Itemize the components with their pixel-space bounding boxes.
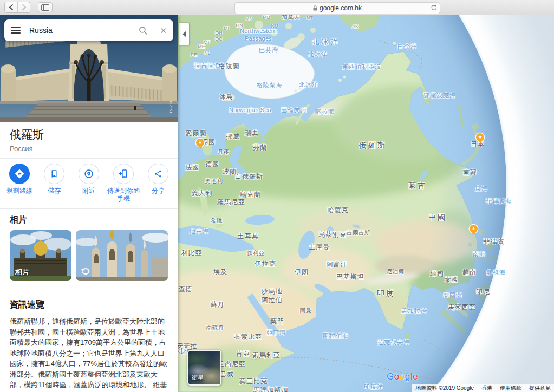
about-text: 俄羅斯聯邦，通稱俄羅斯，是位於歐亞大陸北部的聯邦共和國，國土橫跨歐亞兩大洲，為世… <box>10 316 168 392</box>
map-label: 肯亞 <box>236 350 250 358</box>
send-to-phone-button[interactable]: 傳送到你的手機 <box>106 164 141 203</box>
map-label: 鄂霍次克海 <box>423 92 456 99</box>
attribution-link[interactable]: 提供意見 <box>529 384 551 392</box>
photo-360-icon <box>81 267 90 278</box>
search-icon[interactable] <box>138 25 148 36</box>
map-label: 查德 <box>178 285 192 294</box>
map-label: Northwestern Passages <box>240 27 277 43</box>
map-label: 印尼 <box>476 288 490 297</box>
directions-icon <box>9 164 30 184</box>
map-label: 利比亞 <box>181 249 203 258</box>
satellite-toggle[interactable]: 衛星 <box>187 350 221 386</box>
map-label: NL <box>204 50 211 57</box>
map-label: 土庫曼 <box>309 243 330 252</box>
starred-place-pin[interactable]: ★ <box>470 225 478 233</box>
map-label: 莫三比克 <box>239 377 268 386</box>
save-button[interactable]: 儲存 <box>37 164 71 203</box>
satellite-label: 衛星 <box>192 374 204 382</box>
attribution-text: 地圖資料 ©2019 Google <box>416 384 474 392</box>
panel-collapse-button[interactable] <box>179 23 189 45</box>
map-label: 印度洋 <box>364 383 383 390</box>
map-label: 東西伯利亞海 <box>342 63 381 70</box>
map-label: 格陵蘭 <box>219 62 240 71</box>
map-label: 蘇祿海 <box>486 269 506 276</box>
map-label: 伊拉克 <box>255 260 276 269</box>
action-label: 儲存 <box>48 187 61 195</box>
reload-icon[interactable] <box>431 4 437 11</box>
back-button[interactable] <box>5 2 17 12</box>
map-label: 蘇丹 <box>211 300 225 309</box>
map-label: 衣索比亞 <box>234 333 262 342</box>
attribution-link[interactable]: 使用條款 <box>500 384 522 392</box>
browser-toolbar: google.com.hk <box>0 0 554 15</box>
directions-button[interactable]: 規劃路線 <box>2 164 37 203</box>
map-label: 東海 <box>475 185 488 192</box>
nearby-icon <box>79 164 99 184</box>
starred-place-pin[interactable]: ★ <box>476 133 484 141</box>
map-label: 孟加拉灣 <box>401 307 427 315</box>
about-section: 資訊速覽 俄羅斯聯邦，通稱俄羅斯，是位於歐亞大陸北部的聯邦共和國，國土橫跨歐亞兩… <box>0 283 178 392</box>
sidebar-toggle-button[interactable] <box>38 2 53 12</box>
map-label: PE <box>191 52 197 58</box>
map-label: 索馬利亞 <box>252 351 281 360</box>
map-label: 北冰洋 <box>312 38 340 47</box>
map-label: NT <box>307 15 313 22</box>
google-logo-letter: g <box>405 371 410 382</box>
map-label: 坦尚尼亞 <box>218 360 246 369</box>
action-label: 分享 <box>152 187 165 195</box>
about-heading: 資訊速覽 <box>10 299 168 311</box>
map-label: VT <box>204 40 210 46</box>
map-label: 蒙古 <box>408 180 427 190</box>
map-label: 哈薩克 <box>328 206 349 215</box>
share-icon <box>148 164 168 184</box>
map-label: 泰國灣 <box>443 291 462 299</box>
photos-section: 相片 <box>0 209 178 283</box>
search-input[interactable]: Russia <box>29 26 138 35</box>
map-label: 拉克代夫海 <box>377 338 410 346</box>
map-label: 南海 <box>473 250 486 258</box>
map-label: 菲律賓 <box>484 238 505 246</box>
collapse-arrow-icon <box>183 31 186 37</box>
lock-icon <box>313 5 317 11</box>
map-label: 希臘 <box>211 217 223 225</box>
map-label: 菲律賓海 <box>486 197 512 205</box>
bookmark-icon <box>44 164 64 184</box>
photos-thumbnail-label: 相片 <box>15 267 29 277</box>
map-label: 埃及 <box>213 268 227 277</box>
map-label: 愛爾蘭 <box>186 129 207 138</box>
address-bar[interactable]: google.com.hk <box>234 2 440 14</box>
forward-button[interactable] <box>17 2 30 12</box>
nearby-button[interactable]: 附近 <box>71 164 106 203</box>
photo-360-thumbnail[interactable] <box>76 230 168 281</box>
map-canvas[interactable]: MNMBNTNUAKONMIOHQCVTMENLPE加拿大Northwester… <box>178 15 554 392</box>
map-label: MB <box>263 15 270 21</box>
map-label: 羅馬尼亞 <box>217 198 245 207</box>
map-label: 伊朗 <box>295 268 309 277</box>
photos-thumbnail[interactable]: 相片 <box>10 230 71 281</box>
map-label: 沙烏地 阿拉伯 <box>262 288 283 304</box>
google-logo-letter: o <box>400 371 405 382</box>
close-icon[interactable]: ✕ <box>160 27 167 35</box>
map-label: 北冰洋 <box>299 81 318 88</box>
map-label: AK <box>352 24 359 30</box>
hero-photo[interactable]: TV-274 Russia ✕ <box>0 15 178 122</box>
map-label: 葉門 <box>270 317 284 326</box>
map-label: 阿富汗 <box>327 260 348 269</box>
map-label: MN <box>245 16 253 23</box>
map-label: 挪威 <box>226 133 240 141</box>
map-label: 緬甸 <box>430 270 444 278</box>
map-label: 俄羅斯 <box>359 140 387 150</box>
map-label: MI <box>224 25 229 32</box>
map-label: OH <box>215 30 223 37</box>
menu-icon[interactable] <box>11 27 21 34</box>
action-label: 規劃路線 <box>6 187 32 195</box>
starred-place-pin[interactable]: ★ <box>196 139 204 147</box>
map-label: 白俄羅斯 <box>235 173 263 181</box>
attribution-text: 香港 <box>481 384 492 392</box>
share-button[interactable]: 分享 <box>141 164 175 203</box>
hero-watermark: TV-274 <box>168 101 173 114</box>
search-divider <box>154 24 154 37</box>
url-text: google.com.hk <box>320 4 362 12</box>
map-label: 敘利亞 <box>247 250 265 257</box>
map-label: 泰國 <box>444 276 458 284</box>
